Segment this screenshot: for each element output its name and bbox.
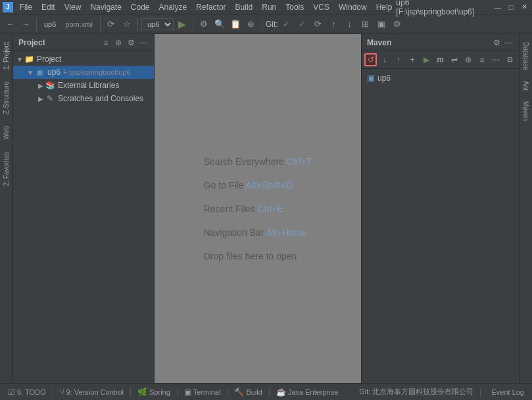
status-todo[interactable]: ☑ 6: TODO [4,386,50,398]
scratch-icon: ✎ [45,93,55,104]
status-build[interactable]: 🔨 Build [230,386,266,398]
maven-item-up6[interactable]: ▣ up6 [364,72,516,84]
menu-edit[interactable]: Edit [37,1,59,13]
maven-panel-title: Maven [367,38,391,47]
maven-m-btn[interactable]: m [434,53,447,66]
maven-toolbar: ↺ ↓ ↑ + ▶ m ⇌ ⊕ ≡ ⋯ ⚙ [362,51,519,69]
menu-help[interactable]: Help [372,1,397,13]
maven-list-btn[interactable]: ≡ [475,53,488,66]
toolbar-extra-3[interactable]: ⚙ [390,17,404,32]
maven-link-btn[interactable]: ⇌ [448,53,460,66]
toolbar-btn-3[interactable]: 📋 [228,17,243,32]
forward-button[interactable]: → [18,17,33,32]
menu-view[interactable]: View [60,1,85,13]
panel-action-add[interactable]: ⊕ [113,37,124,48]
run-button[interactable]: ▶ [175,17,189,32]
maven-panel: Maven ⚙ — ↺ ↓ ↑ + ▶ m ⇌ ⊕ ≡ ⋯ ⚙ ▣ up6 [361,34,519,383]
maven-minimize-btn[interactable]: — [503,37,514,48]
tree-item-external-libraries[interactable]: ▶ 📚 External Libraries [13,79,154,92]
panel-action-list[interactable]: ≡ [101,37,111,48]
menu-refactor[interactable]: Refactor [192,1,230,13]
maven-settings-btn[interactable]: ⚙ [491,37,502,48]
toggle-project: ▼ [16,55,24,63]
tab-favorites[interactable]: 2: Favorites [1,146,11,191]
status-sep-5 [269,388,270,397]
editor-hints: Search Everywhere Ctrl+T Go to File Alt+… [204,156,312,261]
tree-label-project: Project [37,55,61,64]
close-button[interactable]: ✕ [519,2,529,12]
git-check-icon[interactable]: ✓ [279,17,294,32]
toolbar-btn-1[interactable]: ⚙ [197,17,211,32]
toolbar-separator-2 [100,18,101,31]
bookmark-button[interactable]: ☆ [120,17,134,32]
menu-analyze[interactable]: Analyze [155,1,191,13]
tab-up6[interactable]: up6 [40,17,60,32]
maven-reload-btn[interactable]: ↺ [364,53,377,66]
hint-goto-text: Go to File [204,180,244,190]
status-sep-2 [130,388,131,397]
menu-window[interactable]: Window [335,1,371,13]
toggle-up6: ▼ [26,68,34,76]
menu-navigate[interactable]: Navigate [86,1,125,13]
toolbar-btn-2[interactable]: 🔍 [212,17,227,32]
maven-upload-btn[interactable]: ↑ [392,53,404,66]
maximize-button[interactable]: □ [506,2,516,12]
toolbar-extra-2[interactable]: ▣ [374,17,389,32]
editor-area: Search Everywhere Ctrl+T Go to File Alt+… [155,34,361,383]
toolbar-btn-4[interactable]: ⊕ [244,17,258,32]
menu-run[interactable]: Run [258,1,280,13]
tree-item-up6[interactable]: ▼ ▣ up6 F:\jsp\springboot\up6 [13,66,154,79]
panel-action-minimize[interactable]: — [138,37,149,48]
toolbar-separator-4 [193,18,193,31]
maven-run-btn[interactable]: ▶ [420,53,433,66]
tab-ant[interactable]: Ant [521,76,531,96]
maven-more-btn[interactable]: ⋯ [490,53,502,66]
maven-add-btn[interactable]: + [406,53,419,66]
menu-tools[interactable]: Tools [281,1,308,13]
status-sep-6 [480,388,481,397]
panel-action-settings[interactable]: ⚙ [126,37,136,48]
status-spring[interactable]: 🌿 Spring [133,386,174,398]
tab-project[interactable]: 1: Project [1,37,11,75]
menu-bar: File Edit View Navigate Code Analyze Ref… [16,1,397,13]
app-icon: J [3,2,13,12]
status-sep-3 [177,388,178,397]
menu-vcs[interactable]: VCS [309,1,333,13]
menu-build[interactable]: Build [231,1,257,13]
maven-profile-btn[interactable]: ⊕ [462,53,474,66]
menu-code[interactable]: Code [127,1,154,13]
status-vcs[interactable]: ⑂ 9: Version Control [56,386,128,398]
tree-item-scratches[interactable]: ▶ ✎ Scratches and Consoles [13,92,154,105]
tab-pomxml[interactable]: pom.xml [61,17,97,32]
status-java-enterprise[interactable]: ☕ Java Enterprise [272,386,342,398]
tree-sublabel-up6: F:\jsp\springboot\up6 [63,68,131,76]
status-terminal[interactable]: ▣ Terminal [180,386,225,398]
hint-navbar-shortcut: Alt+Home [266,227,307,238]
maven-item-label-up6: up6 [377,74,391,83]
maven-config-btn[interactable]: ⚙ [504,53,516,66]
run-config-dropdown[interactable]: up6 [141,18,174,30]
toolbar-extra-1[interactable]: ⊞ [358,17,373,32]
toggle-scratches: ▶ [37,95,45,102]
menu-file[interactable]: File [16,1,36,13]
git-pull-button[interactable]: ↓ [343,17,357,32]
todo-icon: ☑ [8,388,15,397]
git-history-button[interactable]: ⟳ [311,17,326,32]
hint-navbar-text: Navigation Bar [204,227,264,238]
window-controls: — □ ✕ [493,2,529,12]
git-push-button[interactable]: ↑ [327,17,341,32]
event-log-button[interactable]: Event Log [487,387,528,397]
tab-database[interactable]: Database [521,37,531,76]
left-panel-tabs: 1: Project Z-Structure Web 2: Favorites [0,34,13,383]
maven-download-btn[interactable]: ↓ [378,53,391,66]
todo-label: 6: TODO [17,388,46,396]
tab-structure[interactable]: Z-Structure [1,76,11,120]
tree-item-project[interactable]: ▼ 📁 Project [13,53,154,66]
refresh-button[interactable]: ⟳ [104,17,118,32]
git-tick-icon[interactable]: ✓ [295,17,310,32]
tab-web[interactable]: Web [1,121,11,144]
spring-label: Spring [149,388,170,396]
tab-maven-right[interactable]: Maven [521,96,531,126]
back-button[interactable]: ← [3,17,17,32]
minimize-button[interactable]: — [493,2,503,12]
